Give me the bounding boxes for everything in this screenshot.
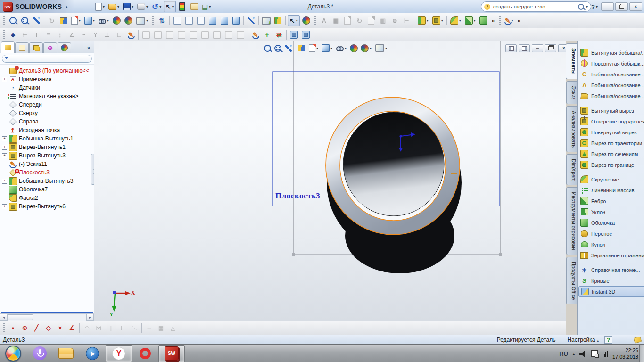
view-front-button[interactable]	[172, 16, 182, 26]
feature-reference-geometry[interactable]: ∗ Справочная геоме... ▾	[578, 264, 644, 275]
sketch-button[interactable]: ✎	[504, 16, 515, 26]
sketch-text-button[interactable]: ✎	[125, 30, 136, 40]
window-close-button[interactable]: ×	[558, 44, 566, 52]
normal-to-button[interactable]: ⇅	[157, 16, 167, 26]
tab-render-tools[interactable]: Инструменты отрисовки	[566, 187, 577, 255]
view-orientation-button[interactable]	[321, 43, 334, 53]
tree-boss-extrude1[interactable]: Бобышка-Вытянуть1	[0, 134, 94, 143]
feature-extruded-cut[interactable]: Вытянутый вырез ▾	[578, 105, 644, 116]
surface-trim-button[interactable]	[300, 30, 311, 40]
sketch-picture-button[interactable]: ✎	[250, 30, 261, 40]
line-tool-button[interactable]: ╱	[31, 323, 42, 333]
hide-show-items-button[interactable]	[97, 16, 110, 26]
tree-plane-right[interactable]: Справа	[0, 117, 94, 126]
scene-button[interactable]	[374, 43, 388, 53]
view-back-button[interactable]	[183, 16, 194, 26]
volume-icon[interactable]	[579, 351, 586, 357]
help-button[interactable]: ?	[590, 1, 599, 12]
feature-dome[interactable]: Купол ▾	[578, 239, 644, 250]
rib-button[interactable]	[463, 16, 477, 26]
taskbar-opera[interactable]	[132, 345, 158, 362]
tab-dimxpert[interactable]: DimXpert	[566, 154, 577, 185]
view-top-button[interactable]	[219, 16, 230, 26]
extend-entities-button[interactable]: ∠	[66, 323, 77, 333]
tab-configurationmanager[interactable]	[29, 42, 43, 53]
feature-mirror[interactable]: Зеркальное отражение ▾	[578, 250, 644, 261]
rotate-view-button[interactable]	[283, 43, 293, 53]
feature-hole-wizard[interactable]: Отверстие под крепеж ▾	[578, 116, 644, 127]
file-properties-button[interactable]	[189, 1, 199, 12]
sketch-overflow-button[interactable]: »	[516, 16, 522, 26]
tab-evaluate[interactable]: Анализировать	[566, 106, 577, 152]
print-button[interactable]	[136, 1, 149, 12]
zoom-to-fit-button[interactable]	[8, 16, 18, 26]
measure-button[interactable]: ⊢	[401, 16, 412, 26]
tree-cut-extrude3[interactable]: Вырез-Вытянуть3	[0, 151, 94, 160]
render-options-button[interactable]	[359, 43, 373, 53]
zoom-to-fit-button[interactable]	[263, 43, 272, 53]
tree-sensors[interactable]: ◔ Датчики	[0, 83, 94, 92]
view-orientation-button[interactable]	[83, 16, 96, 26]
point-tool-button[interactable]: •	[8, 323, 18, 333]
app-close-button[interactable]: ×	[629, 2, 642, 11]
standard-view-right-button[interactable]	[176, 30, 187, 40]
tree-plane-top[interactable]: Сверху	[0, 109, 94, 117]
new-document-button[interactable]	[94, 1, 106, 12]
polygon-tool-button[interactable]: ◇	[43, 323, 54, 333]
feature-draft[interactable]: Уклон ▾	[578, 206, 644, 217]
fillet-button[interactable]	[449, 16, 462, 26]
weldment-button[interactable]: ▥	[378, 16, 388, 26]
edit-scene-button[interactable]	[261, 16, 272, 26]
standard-view-left-button[interactable]	[164, 30, 175, 40]
start-button[interactable]	[0, 345, 26, 362]
section-view-button[interactable]	[297, 43, 306, 53]
smart-dimension-button[interactable]: ◆	[8, 30, 18, 40]
render-preview-button[interactable]	[123, 16, 134, 26]
tangent-arc-button[interactable]: ◠	[82, 323, 92, 333]
angle-dimension-button[interactable]: ∟	[114, 30, 124, 40]
plane-label[interactable]: Плоскость3	[275, 191, 320, 201]
tree-expander[interactable]	[2, 153, 7, 158]
brand-menu-arrow-icon[interactable]: ▸	[66, 4, 68, 9]
view-settings-button[interactable]	[307, 43, 320, 53]
feature-rib[interactable]: Ребро ▾	[578, 196, 644, 206]
feature-instant3d[interactable]: Instant 3D ▾	[578, 286, 644, 297]
standard-view-bottom-button[interactable]	[199, 30, 210, 40]
feature-boundary-cut[interactable]: Вырез по границе ▾	[578, 159, 644, 170]
graphics-area[interactable]: ─× Плоскость3 X Y	[94, 41, 566, 321]
pan-button[interactable]: ↻	[46, 16, 57, 26]
tree-boss-extrude3[interactable]: Бобышка-Вытянуть3	[0, 177, 94, 185]
language-indicator[interactable]: RU	[559, 350, 568, 357]
tree-filter-input[interactable]	[10, 56, 89, 62]
select-button[interactable]: ↖	[164, 1, 176, 12]
feature-shell[interactable]: Оболочка ▾	[578, 217, 644, 228]
standard-view-back-button[interactable]	[152, 30, 163, 40]
tree-expander[interactable]	[2, 179, 7, 184]
feature-wrap[interactable]: Перенос ▾	[578, 228, 644, 239]
scroll-left-icon[interactable]: ◄	[0, 314, 8, 321]
undo-button[interactable]: ↺	[150, 1, 163, 12]
chamfer-dimension-button[interactable]: ∠	[66, 30, 77, 40]
feature-linear-pattern[interactable]: Линейный массив ▾	[578, 185, 644, 196]
tree-horizontal-scrollbar[interactable]: ◄ ►	[0, 313, 94, 321]
standard-view-front-button[interactable]	[140, 30, 151, 40]
drawing-sheet-button[interactable]	[70, 16, 82, 26]
ordinate-dimension-button[interactable]: ⋮	[55, 30, 66, 40]
action-center-icon[interactable]	[591, 350, 598, 357]
linear-dimension-button[interactable]: ⊣	[144, 323, 155, 333]
show-desktop-button[interactable]	[639, 345, 644, 362]
offset-entities-button[interactable]: ∥	[105, 323, 116, 333]
zoom-to-area-button[interactable]	[273, 43, 282, 53]
image-button[interactable]	[342, 16, 353, 26]
open-document-button[interactable]	[107, 1, 121, 12]
tab-sketch[interactable]: Эскиз	[566, 81, 577, 104]
search-input[interactable]	[492, 3, 576, 10]
feature-lofted-cut[interactable]: Вырез по сечениям ▾	[578, 148, 644, 159]
mirror-entities-button[interactable]: ⋈	[93, 323, 104, 333]
standard-view-trimetric-button[interactable]	[223, 30, 234, 40]
feature-extruded-boss[interactable]: Вытянутая бобышка/... ▾	[578, 47, 644, 58]
appearance-ball-button[interactable]	[301, 16, 312, 26]
tree-plane3[interactable]: Плоскость3	[0, 168, 94, 177]
taskbar-media-player[interactable]: ▶	[79, 345, 106, 362]
tree-root-part[interactable]: Деталь3 (По умолчанию<<	[0, 66, 94, 75]
